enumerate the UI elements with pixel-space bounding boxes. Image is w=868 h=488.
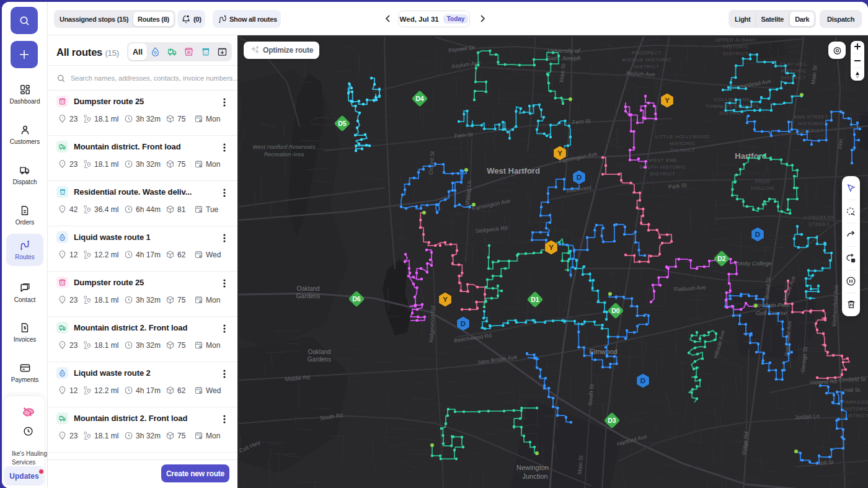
svg-text:D0: D0 bbox=[611, 307, 620, 314]
svg-text:D6: D6 bbox=[352, 295, 361, 303]
svg-text:Y: Y bbox=[557, 149, 562, 157]
svg-text:Newington: Newington bbox=[516, 464, 549, 471]
svg-text:AVENUE HISTORIC: AVENUE HISTORIC bbox=[622, 57, 671, 63]
svg-text:WEST END: WEST END bbox=[649, 157, 677, 163]
svg-text:Recreation Area: Recreation Area bbox=[264, 151, 304, 157]
svg-text:Trinity College: Trinity College bbox=[735, 260, 772, 267]
svg-text:HOLLOW: HOLLOW bbox=[751, 185, 774, 191]
svg-text:D1: D1 bbox=[531, 296, 539, 303]
svg-text:Y: Y bbox=[549, 244, 554, 251]
svg-text:HISTORIC: HISTORIC bbox=[843, 406, 868, 412]
svg-text:PROSPECT: PROSPECT bbox=[632, 50, 662, 56]
svg-text:Gardens: Gardens bbox=[308, 356, 331, 363]
svg-text:Y: Y bbox=[665, 97, 670, 104]
svg-text:DISTRICT: DISTRICT bbox=[724, 51, 749, 56]
svg-text:D: D bbox=[755, 231, 760, 238]
svg-text:Junction: Junction bbox=[523, 472, 548, 480]
svg-text:ANN STREET: ANN STREET bbox=[794, 114, 828, 120]
svg-text:Golf Course: Golf Course bbox=[756, 309, 787, 316]
svg-text:HISTORIC: HISTORIC bbox=[798, 121, 824, 126]
svg-text:D5: D5 bbox=[338, 120, 347, 127]
svg-text:Jordan Ln: Jordan Ln bbox=[795, 413, 820, 420]
svg-text:DISTRICT: DISTRICT bbox=[650, 171, 676, 177]
svg-text:West Hartford: West Hartford bbox=[487, 166, 540, 175]
svg-text:DISTRICT: DISTRICT bbox=[670, 148, 696, 153]
svg-text:West Hartford Reservoirs: West Hartford Reservoirs bbox=[253, 144, 316, 150]
svg-text:Gardens: Gardens bbox=[296, 293, 320, 299]
svg-text:HISTORIC: HISTORIC bbox=[723, 44, 749, 50]
svg-text:DISTRICT: DISTRICT bbox=[799, 128, 824, 133]
svg-text:COLLINS AND: COLLINS AND bbox=[714, 97, 750, 102]
svg-text:CONGRESS: CONGRESS bbox=[804, 215, 835, 220]
svg-text:DISTRICT: DISTRICT bbox=[634, 64, 660, 69]
svg-text:DISTRICT: DISTRICT bbox=[844, 413, 868, 419]
svg-text:Saint Joseph: Saint Joseph bbox=[547, 55, 581, 61]
svg-text:D2: D2 bbox=[717, 255, 726, 262]
svg-text:D: D bbox=[461, 320, 466, 327]
svg-text:D4: D4 bbox=[415, 95, 424, 102]
svg-text:STREET: STREET bbox=[808, 221, 830, 227]
svg-text:Y: Y bbox=[443, 296, 448, 303]
svg-text:D: D bbox=[577, 174, 582, 181]
svg-text:Hall St: Hall St bbox=[843, 387, 860, 394]
svg-text:FROG: FROG bbox=[755, 179, 770, 184]
svg-text:LITTLE HOLLYWOOD: LITTLE HOLLYWOOD bbox=[655, 134, 710, 140]
svg-text:Oakland: Oakland bbox=[308, 348, 330, 355]
svg-text:UPPER ALBANY: UPPER ALBANY bbox=[715, 37, 757, 43]
svg-text:D3: D3 bbox=[608, 417, 616, 424]
svg-text:D: D bbox=[640, 377, 645, 384]
svg-text:Elmfield St: Elmfield St bbox=[839, 376, 866, 383]
svg-text:PARKSIDE: PARKSIDE bbox=[843, 399, 868, 405]
svg-text:Elmwood: Elmwood bbox=[589, 348, 617, 355]
svg-text:HISTORIC: HISTORIC bbox=[670, 141, 696, 146]
svg-text:Oakland: Oakland bbox=[296, 285, 319, 292]
